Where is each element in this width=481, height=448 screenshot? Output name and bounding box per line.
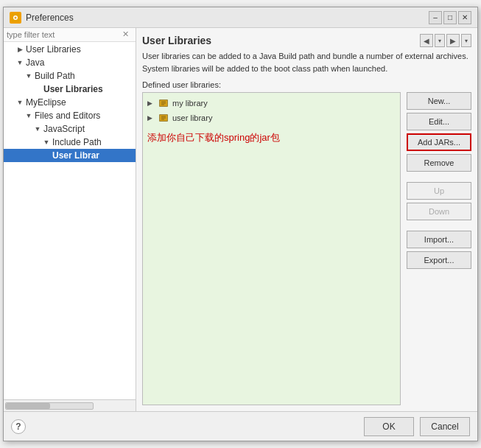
sidebar-item-java[interactable]: ▼ Java — [4, 56, 136, 69]
expand-icon: ▼ — [33, 125, 42, 133]
sidebar-filter: ✕ — [4, 28, 136, 42]
sidebar-item-user-libraries[interactable]: ▶ User Libraries — [4, 43, 136, 56]
preferences-window: Preferences – □ ✕ ✕ ▶ User Libraries ▼ — [3, 7, 478, 441]
expand-icon: ▶ — [147, 99, 156, 107]
sidebar-item-build-path[interactable]: ▼ Build Path — [4, 69, 136, 83]
footer-right: OK Cancel — [364, 417, 470, 436]
sidebar-item-label: User Libraries — [26, 44, 81, 55]
cancel-button[interactable]: Cancel — [420, 417, 470, 436]
sidebar-item-label: Java — [26, 57, 44, 68]
sidebar-item-user-libraries-sub[interactable]: User Libraries — [4, 83, 136, 96]
tree: ▶ User Libraries ▼ Java ▼ Build Path Use… — [4, 42, 136, 163]
sidebar-item-include-path[interactable]: ▼ Include Path — [4, 136, 136, 149]
expand-icon: ▼ — [42, 138, 51, 147]
svg-point-2 — [15, 16, 17, 18]
sidebar-item-label: Files and Editors — [35, 111, 100, 121]
maximize-button[interactable]: □ — [443, 11, 457, 24]
add-jars-button[interactable]: Add JARs... — [407, 133, 471, 151]
filter-input[interactable] — [7, 30, 122, 39]
forward-button[interactable]: ▶ — [446, 34, 460, 47]
expand-icon: ▶ — [15, 45, 24, 54]
scrollbar-thumb — [6, 403, 50, 409]
edit-button[interactable]: Edit... — [407, 113, 471, 130]
close-button[interactable]: ✕ — [458, 11, 471, 24]
expand-icon: ▼ — [24, 111, 33, 120]
sidebar-item-label: JavaScript — [43, 124, 85, 134]
forward-dropdown[interactable]: ▾ — [461, 34, 471, 47]
expand-icon — [42, 151, 51, 160]
libraries-list[interactable]: ▶ my library — [142, 92, 401, 405]
sidebar-item-label: Build Path — [35, 71, 75, 81]
footer-left: ? — [11, 419, 26, 434]
window-controls: – □ ✕ — [429, 11, 471, 24]
sidebar-item-label: MyEclipse — [26, 97, 66, 108]
sidebar-item-user-librar[interactable]: User Librar — [4, 149, 136, 162]
expand-icon: ▼ — [15, 58, 24, 67]
expand-icon: ▶ — [147, 114, 156, 122]
sidebar-item-label: Include Path — [52, 137, 102, 147]
spacer — [407, 175, 471, 179]
horizontal-scrollbar[interactable] — [5, 402, 94, 410]
library-icon — [158, 112, 169, 124]
libraries-area: ▶ my library — [142, 92, 471, 405]
list-item[interactable]: ▶ my library — [143, 96, 400, 111]
panel-header: User Libraries ◀ ▾ ▶ ▾ — [142, 34, 471, 47]
remove-button[interactable]: Remove — [407, 154, 471, 172]
sidebar-item-label: User Libraries — [43, 84, 103, 94]
app-icon — [10, 12, 21, 24]
back-button[interactable]: ◀ — [420, 34, 433, 47]
down-button[interactable]: Down — [407, 203, 471, 220]
sidebar: ✕ ▶ User Libraries ▼ Java ▼ Build Path — [4, 28, 136, 411]
expand-icon: ▼ — [15, 98, 24, 107]
title-bar-left: Preferences — [10, 12, 74, 24]
new-button[interactable]: New... — [407, 92, 471, 110]
panel-title: User Libraries — [142, 35, 211, 46]
defined-label: Defined user libraries: — [142, 80, 471, 89]
back-dropdown[interactable]: ▾ — [435, 34, 445, 47]
library-name: my library — [172, 99, 208, 108]
title-bar: Preferences – □ ✕ — [4, 7, 477, 28]
sidebar-item-label: User Librar — [52, 150, 99, 161]
filter-icon: ✕ — [122, 29, 133, 40]
right-panel: User Libraries ◀ ▾ ▶ ▾ User libraries ca… — [136, 28, 477, 411]
window-title: Preferences — [26, 13, 74, 23]
export-button[interactable]: Export... — [407, 251, 471, 269]
footer: ? OK Cancel — [4, 411, 477, 441]
import-button[interactable]: Import... — [407, 231, 471, 248]
main-content: ✕ ▶ User Libraries ▼ Java ▼ Build Path — [4, 28, 477, 411]
panel-description: User libraries can be added to a Java Bu… — [142, 50, 471, 74]
annotation-text: 添加你自己下载的spring的jar包 — [143, 125, 400, 150]
library-icon — [158, 97, 169, 109]
minimize-button[interactable]: – — [429, 11, 442, 24]
up-button[interactable]: Up — [407, 182, 471, 200]
nav-arrows: ◀ ▾ ▶ ▾ — [420, 34, 471, 47]
sidebar-item-files-editors[interactable]: ▼ Files and Editors — [4, 109, 136, 122]
ok-button[interactable]: OK — [364, 417, 414, 436]
sidebar-item-myeclipse[interactable]: ▼ MyEclipse — [4, 96, 136, 109]
library-name: user library — [172, 113, 212, 122]
sidebar-scrollbar[interactable] — [4, 399, 136, 411]
sidebar-item-javascript[interactable]: ▼ JavaScript — [4, 122, 136, 136]
spacer — [407, 223, 471, 228]
buttons-panel: New... Edit... Add JARs... Remove Up Dow… — [407, 92, 471, 405]
help-button[interactable]: ? — [11, 419, 26, 434]
expand-icon — [33, 85, 42, 94]
list-item[interactable]: ▶ user library — [143, 111, 400, 125]
expand-icon: ▼ — [24, 71, 33, 80]
